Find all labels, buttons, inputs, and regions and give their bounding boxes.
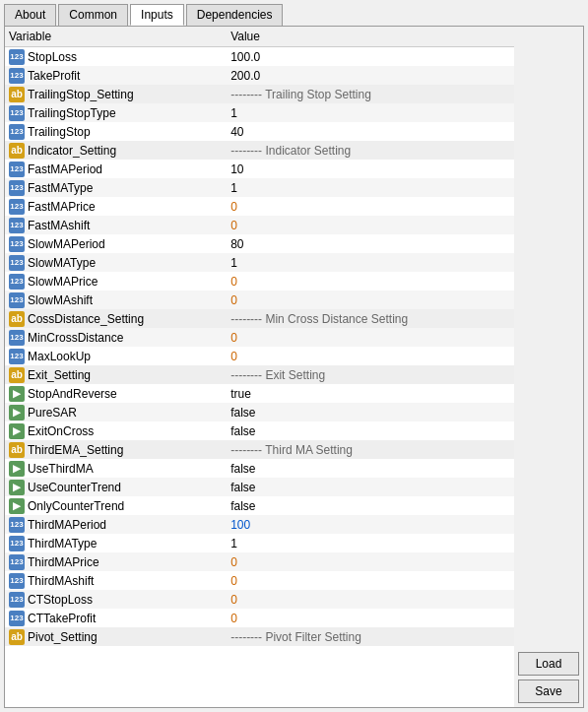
- value-cell: -------- Indicator Setting: [227, 141, 514, 160]
- numeric-icon: 123: [9, 611, 25, 626]
- value-cell: false: [227, 421, 514, 440]
- table-row: 123TrailingStop40: [5, 122, 514, 141]
- numeric-icon: 123: [9, 517, 25, 533]
- var-cell: abCossDistance_Setting: [5, 309, 227, 328]
- var-cell: 123SlowMAshift: [5, 291, 227, 309]
- numeric-icon: 123: [9, 536, 25, 551]
- var-name: CossDistance_Setting: [28, 312, 144, 326]
- table-row: ▶OnlyCounterTrendfalse: [5, 496, 514, 515]
- numeric-icon: 123: [9, 180, 25, 196]
- var-name: MinCrossDistance: [28, 331, 123, 345]
- var-cell: ▶StopAndReverse: [5, 384, 227, 403]
- var-cell: 123CTTakeProfit: [5, 609, 227, 627]
- var-cell: ▶OnlyCounterTrend: [5, 496, 227, 515]
- table-row: abTrailingStop_Setting-------- Trailing …: [5, 85, 514, 103]
- var-cell: 123MinCrossDistance: [5, 328, 227, 347]
- numeric-icon: 123: [9, 199, 25, 215]
- value-cell: true: [227, 384, 514, 403]
- table-row: ▶ExitOnCrossfalse: [5, 421, 514, 440]
- var-name: FastMAType: [28, 181, 93, 195]
- var-name: MaxLookUp: [28, 350, 91, 363]
- value-cell: 0: [227, 590, 514, 609]
- table-row: 123SlowMAshift0: [5, 291, 514, 309]
- ab-icon: ab: [9, 87, 25, 102]
- value-cell: -------- Trailing Stop Setting: [227, 85, 514, 103]
- table-row: 123ThirdMAPeriod100: [5, 515, 514, 534]
- numeric-icon: 123: [9, 255, 25, 271]
- bool-icon: ▶: [9, 386, 25, 402]
- sidebar-buttons: Load Save: [514, 27, 583, 707]
- var-cell: 123ThirdMAPrice: [5, 552, 227, 571]
- var-name: TrailingStop_Setting: [28, 88, 134, 101]
- var-name: Pivot_Setting: [28, 630, 98, 644]
- value-cell: 40: [227, 122, 514, 141]
- tab-inputs[interactable]: Inputs: [130, 4, 184, 26]
- var-name: ThirdMAPeriod: [28, 518, 106, 532]
- var-name: FastMAshift: [28, 219, 90, 232]
- table-row: 123FastMAPrice0: [5, 197, 514, 216]
- var-name: TrailingStopType: [28, 106, 116, 120]
- value-cell: false: [227, 403, 514, 421]
- value-cell: 10: [227, 160, 514, 178]
- var-name: CTStopLoss: [28, 593, 93, 607]
- table-row: 123FastMAType1: [5, 178, 514, 197]
- table-row: 123ThirdMAshift0: [5, 571, 514, 590]
- table-row: 123FastMAshift0: [5, 216, 514, 234]
- table-row: 123MaxLookUp0: [5, 347, 514, 365]
- table-row: abPivot_Setting-------- Pivot Filter Set…: [5, 627, 514, 646]
- numeric-icon: 123: [9, 349, 25, 364]
- var-cell: ▶UseCounterTrend: [5, 478, 227, 496]
- var-name: ThirdMAshift: [28, 574, 94, 588]
- var-name: ExitOnCross: [28, 424, 94, 438]
- var-cell: ▶ExitOnCross: [5, 421, 227, 440]
- table-row: 123StopLoss100.0: [5, 47, 514, 67]
- var-cell: 123FastMAshift: [5, 216, 227, 234]
- var-name: Exit_Setting: [28, 368, 91, 382]
- var-name: StopAndReverse: [28, 387, 117, 401]
- value-cell: false: [227, 478, 514, 496]
- var-cell: 123FastMAPrice: [5, 197, 227, 216]
- tab-about[interactable]: About: [4, 4, 56, 26]
- table-row: ▶UseCounterTrendfalse: [5, 478, 514, 496]
- table-row: 123SlowMAType1: [5, 253, 514, 272]
- var-cell: 123TrailingStopType: [5, 103, 227, 122]
- table-row: 123CTTakeProfit0: [5, 609, 514, 627]
- value-cell: 0: [227, 571, 514, 590]
- inputs-table-container[interactable]: Variable Value 123StopLoss100.0123TakePr…: [5, 27, 514, 707]
- table-row: 123ThirdMAPrice0: [5, 552, 514, 571]
- load-button[interactable]: Load: [518, 652, 579, 676]
- table-row: 123ThirdMAType1: [5, 534, 514, 552]
- var-name: TrailingStop: [28, 125, 91, 139]
- ab-icon: ab: [9, 442, 25, 458]
- tab-dependencies[interactable]: Dependencies: [186, 4, 284, 26]
- value-cell: -------- Exit Setting: [227, 365, 514, 384]
- var-cell: 123CTStopLoss: [5, 590, 227, 609]
- bool-icon: ▶: [9, 498, 25, 514]
- value-cell: 0: [227, 328, 514, 347]
- table-row: 123MinCrossDistance0: [5, 328, 514, 347]
- value-cell: 1: [227, 178, 514, 197]
- value-cell: -------- Third MA Setting: [227, 440, 514, 459]
- var-name: TakeProfit: [28, 69, 80, 83]
- table-row: 123CTStopLoss0: [5, 590, 514, 609]
- var-name: ThirdEMA_Setting: [28, 443, 123, 457]
- value-cell: 0: [227, 552, 514, 571]
- var-name: FastMAPrice: [28, 200, 96, 214]
- value-cell: 80: [227, 234, 514, 253]
- save-button[interactable]: Save: [518, 680, 579, 703]
- table-row: ▶PureSARfalse: [5, 403, 514, 421]
- tab-common[interactable]: Common: [58, 4, 128, 26]
- table-row: abThirdEMA_Setting-------- Third MA Sett…: [5, 440, 514, 459]
- numeric-icon: 123: [9, 554, 25, 570]
- var-cell: 123SlowMAPeriod: [5, 234, 227, 253]
- var-cell: 123ThirdMAType: [5, 534, 227, 552]
- var-cell: ▶PureSAR: [5, 403, 227, 421]
- var-name: CTTakeProfit: [28, 612, 96, 625]
- value-cell: 0: [227, 291, 514, 309]
- var-cell: abThirdEMA_Setting: [5, 440, 227, 459]
- ab-icon: ab: [9, 367, 25, 383]
- value-cell: 1: [227, 253, 514, 272]
- value-cell: 0: [227, 197, 514, 216]
- var-cell: 123StopLoss: [5, 47, 227, 66]
- value-cell: false: [227, 496, 514, 515]
